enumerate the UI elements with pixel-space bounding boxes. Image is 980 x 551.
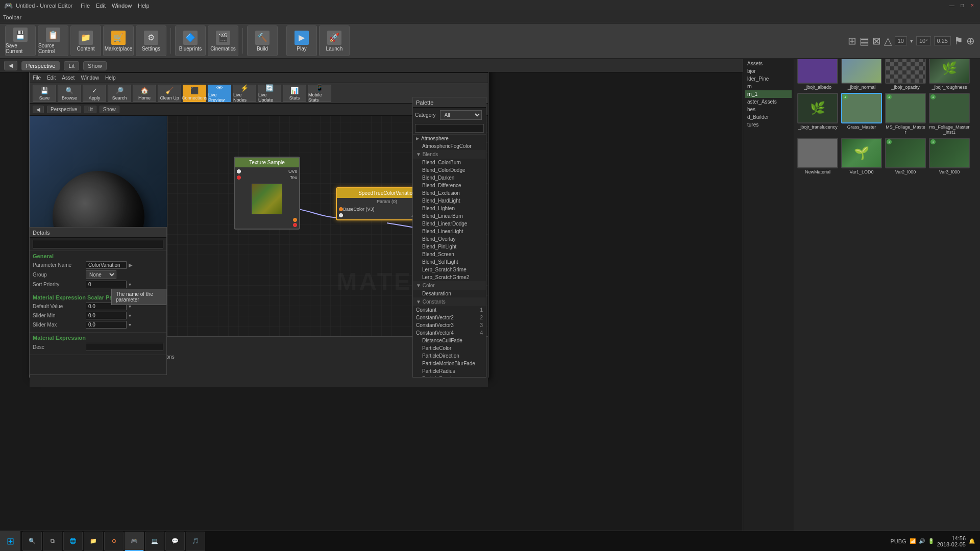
category-select[interactable]: All [440,110,482,120]
mat-cleanup-button[interactable]: 🧹 Clean Up [158,85,181,102]
tree-hes[interactable]: hes [745,106,792,113]
blend-darken-item[interactable]: Blend_Darken [413,174,486,182]
slider-min-arrow[interactable]: ▾ [129,313,131,318]
desaturation-item[interactable]: Desaturation [413,290,486,297]
lerp-scratchgrime2-item[interactable]: Lerp_ScratchGrime2 [413,273,486,281]
toolbar-icon-6[interactable]: ⊕ [966,35,975,47]
menu-edit[interactable]: Edit [96,3,106,9]
slider-max-arrow[interactable]: ▾ [129,322,131,328]
mat-live-nodes-button[interactable]: ⚡ Live Nodes [233,85,256,102]
cinematics-button[interactable]: 🎬 Cinematics [208,26,238,56]
mat-menu-edit[interactable]: Edit [47,75,56,81]
constant3-item[interactable]: ConstantVector3 [416,322,480,328]
notification-icon[interactable]: 🔔 [969,538,975,544]
scale-snap-value[interactable]: 0.25 [934,36,951,45]
atmosphere-category[interactable]: ▶ Atmosphere [413,135,486,142]
taskbar-search[interactable]: 🔍 [22,532,42,551]
particleradius-item[interactable]: ParticleRadius [413,367,486,375]
asset-var1[interactable]: 🌱 Var1_LOD0 [841,138,882,174]
r-pin[interactable] [293,223,297,227]
asset-jbojr-translucency[interactable]: 🌿 _jbojr_translucency [797,93,838,135]
asset-ms-foliage-master[interactable]: + MS_Foliage_Master [885,93,926,135]
blend-linearburn-item[interactable]: Blend_LinearBurn [413,212,486,220]
mat-connections-button[interactable]: ⬛ Connections [183,85,206,102]
mat-live-update-button[interactable]: 🔄 Live Update [258,85,281,102]
particlecolor-item[interactable]: ParticleColor [413,344,486,352]
grid-snap-value[interactable]: 10 [895,36,907,45]
taskbar-folder[interactable]: 📁 [84,532,103,551]
mat-menu-asset[interactable]: Asset [62,75,75,81]
content-button[interactable]: 📁 Content [70,26,101,56]
perspective-toggle[interactable]: ◀ [4,61,17,70]
blend-exclusion-item[interactable]: Blend_Exclusion [413,189,486,197]
toolbar-icon-2[interactable]: ▤ [860,35,869,47]
amount-pin[interactable] [339,213,343,217]
mat-save-button[interactable]: 💾 Save [33,85,56,102]
blend-colordodge-item[interactable]: Blend_ColorDodge [413,166,486,174]
mat-menu-help[interactable]: Help [105,75,116,81]
tree-assets[interactable]: Assets [745,60,792,67]
rot-snap-value[interactable]: 10° [916,36,931,45]
tree-master-assets[interactable]: aster_Assets [745,98,792,106]
constant-item[interactable]: Constant [416,307,480,313]
atmospheric-fog-color-item[interactable]: AtmosphericFogColor [413,142,486,150]
tree-lder-pine[interactable]: lder_Pine [745,75,792,83]
blend-pinlight-item[interactable]: Blend_PinLight [413,243,486,251]
mat-menu-file[interactable]: File [33,75,41,81]
desc-input[interactable] [86,343,163,351]
palette-search-input[interactable] [415,124,484,133]
taskbar-vs[interactable]: 💻 [145,532,164,551]
tree-tures[interactable]: tures [745,121,792,129]
tree-d-builder[interactable]: d_Builder [745,113,792,121]
blend-hardlight-item[interactable]: Blend_HardLight [413,197,486,205]
slider-min-input[interactable] [86,312,127,319]
asset-grass-master[interactable]: + Grass_Master [841,93,882,135]
maximize-button[interactable]: □ [959,2,966,9]
slider-max-input[interactable] [86,321,127,329]
blend-lighten-item[interactable]: Blend_Lighten [413,205,486,212]
blend-colorburn-item[interactable]: Blend_ColorBurn [413,159,486,166]
mat-show-button[interactable]: Show [100,106,119,113]
taskbar-task-view[interactable]: ⧉ [43,532,62,551]
mat-perspective-button[interactable]: Perspective [47,106,81,113]
taskbar-unreal[interactable]: 🎮 [125,532,144,551]
constant2-item[interactable]: ConstantVector2 [416,315,480,320]
show-button[interactable]: Show [83,61,107,70]
rgba-pin[interactable] [293,218,297,222]
lit-button[interactable]: Lit [64,61,79,70]
mat-apply-button[interactable]: ✓ Apply [83,85,106,102]
asset-var3[interactable]: + Var3_l000 [929,138,970,174]
marketplace-button[interactable]: 🛒 Marketplace [103,26,134,56]
particleblur-item[interactable]: ParticleMotionBlurFade [413,360,486,367]
blend-linearlight-item[interactable]: Blend_LinearLight [413,228,486,235]
toolbar-icon-5[interactable]: ⚑ [954,35,963,47]
distancecull-item[interactable]: DistanceCullFade [413,337,486,344]
sort-priority-input[interactable] [86,281,127,288]
perspective-button[interactable]: Perspective [21,61,60,70]
minimize-button[interactable]: — [948,2,955,9]
mat-live-preview-button[interactable]: 👁 Live Preview [208,85,231,102]
details-search-input[interactable] [33,240,163,248]
lerp-scratchgrime-item[interactable]: Lerp_ScratchGrime [413,266,486,273]
mat-mobile-stats-button[interactable]: 📱 Mobile Stats [308,85,331,102]
taskbar-edge[interactable]: 🌐 [63,532,83,551]
close-button[interactable]: × [969,2,976,9]
settings-button[interactable]: ⚙ Settings [136,26,166,56]
asset-var2[interactable]: + Var2_l000 [885,138,926,174]
taskbar-discord[interactable]: 💬 [165,532,185,551]
mat-lit-button[interactable]: Lit [84,106,96,113]
uvs-pin[interactable] [237,169,241,173]
taskbar-chrome[interactable]: ⊙ [104,532,124,551]
particledirection-item[interactable]: ParticleDirection [413,352,486,360]
menu-help[interactable]: Help [138,3,150,9]
blend-lineardodge-item[interactable]: Blend_LinearDodge [413,220,486,228]
blend-difference-item[interactable]: Blend_Difference [413,182,486,189]
asset-newmaterial[interactable]: NewMaterial [797,138,838,174]
mat-vbar-toggle[interactable]: ◀ [33,106,44,113]
sort-priority-arrow[interactable]: ▾ [129,282,131,287]
toolbar-icon-1[interactable]: ⊞ [848,35,856,47]
build-button[interactable]: 🔨 Build [247,26,278,56]
mat-stats-button[interactable]: 📊 Stats [283,85,306,102]
tex-pin[interactable] [237,176,241,180]
mat-home-button[interactable]: 🏠 Home [133,85,156,102]
